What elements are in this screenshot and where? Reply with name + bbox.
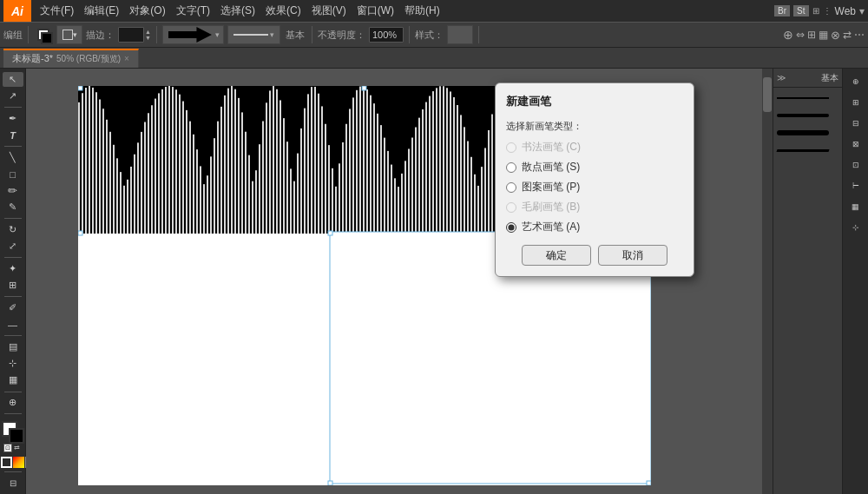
- right-icon-5[interactable]: ⊡: [845, 155, 866, 175]
- default-colors-icon[interactable]: ⊡: [3, 444, 12, 452]
- transform-icon[interactable]: ⊞: [807, 29, 816, 41]
- workspace-icon[interactable]: ⊞: [812, 6, 819, 16]
- radio-scatter-input[interactable]: [506, 162, 516, 173]
- arrange-icon[interactable]: ⋮: [823, 6, 832, 16]
- svg-rect-86: [370, 96, 372, 234]
- type-tool[interactable]: T: [3, 128, 23, 142]
- stroke-value-input[interactable]: [118, 27, 144, 43]
- tool-sep-4: [4, 257, 22, 258]
- paintbrush-tool[interactable]: ✏: [3, 183, 23, 198]
- radio-art[interactable]: 艺术画笔 (A): [506, 220, 683, 234]
- svg-rect-42: [217, 122, 219, 234]
- menu-select[interactable]: 选择(S): [215, 3, 260, 18]
- right-icon-4[interactable]: ⊠: [845, 135, 866, 154]
- dialog-cancel-button[interactable]: 取消: [598, 245, 667, 266]
- right-icon-6[interactable]: ⊢: [845, 176, 866, 195]
- line-style-dropdown[interactable]: ▾: [227, 25, 280, 44]
- mesh-tool[interactable]: ⊹: [3, 356, 23, 371]
- document-tab[interactable]: 未标题-3* 50% (RGB/预览) ×: [3, 49, 139, 68]
- arrow-style-dropdown[interactable]: ▾: [162, 25, 224, 44]
- vertical-scrollbar[interactable]: [762, 69, 773, 494]
- brush-item-4[interactable]: [777, 143, 838, 157]
- menu-type[interactable]: 文字(T): [171, 3, 215, 18]
- tab-close-button[interactable]: ×: [124, 54, 129, 63]
- menu-window[interactable]: 窗口(W): [352, 3, 399, 18]
- radio-scatter[interactable]: 散点画笔 (S): [506, 160, 683, 175]
- right-icon-7[interactable]: ▦: [845, 197, 866, 216]
- globe-icon[interactable]: ⊕: [783, 28, 793, 42]
- svg-rect-81: [352, 97, 354, 234]
- align-icon[interactable]: ⇔: [796, 29, 805, 41]
- warp-tool[interactable]: ✦: [3, 261, 23, 276]
- bar-chart-icon[interactable]: ▦: [819, 29, 828, 41]
- measure-tool[interactable]: —: [3, 317, 23, 332]
- scale-tool[interactable]: ⤢: [3, 239, 23, 254]
- swap-colors[interactable]: ⊡ ⇄: [3, 444, 23, 452]
- menu-help[interactable]: 帮助(H): [399, 3, 445, 18]
- stroke-style-dropdown[interactable]: ▾: [56, 25, 82, 44]
- radio-pattern-input[interactable]: [506, 182, 516, 193]
- menu-effect[interactable]: 效果(C): [260, 3, 306, 18]
- rotate-tool[interactable]: ↻: [3, 222, 23, 237]
- eyedropper-tool[interactable]: ✐: [3, 300, 23, 315]
- stock-icon[interactable]: St: [793, 5, 808, 16]
- new-brush-dialog: 新建画笔 选择新画笔类型： 书法画笔 (C) 散点画笔 (S) 图案画笔 (P)…: [495, 82, 694, 277]
- brushes-expand-icon[interactable]: ≫: [777, 73, 786, 82]
- right-icon-2[interactable]: ⊞: [845, 93, 866, 112]
- right-icon-3[interactable]: ⊟: [845, 114, 866, 133]
- radio-bristle-input[interactable]: [506, 202, 516, 213]
- style-dropdown[interactable]: [447, 25, 473, 44]
- pencil-tool[interactable]: ✎: [3, 200, 23, 214]
- svg-rect-118: [481, 167, 483, 234]
- sep-2: [156, 26, 157, 43]
- chart-tool[interactable]: ▦: [3, 372, 23, 387]
- right-icon-1[interactable]: ⊕: [845, 72, 866, 91]
- svg-rect-72: [321, 106, 323, 234]
- stroke-color-swatch[interactable]: [34, 25, 53, 44]
- artboard-tool[interactable]: ⊟: [3, 476, 23, 491]
- swap-icon[interactable]: ⇄: [843, 29, 852, 41]
- menu-file[interactable]: 文件(F): [35, 3, 79, 18]
- svg-rect-97: [408, 148, 410, 234]
- rect-tool[interactable]: □: [3, 167, 23, 181]
- opacity-input[interactable]: 100%: [369, 27, 404, 43]
- radio-pattern[interactable]: 图案画笔 (P): [506, 180, 683, 194]
- pathfinder-icon[interactable]: ⊗: [831, 29, 840, 42]
- right-icon-8[interactable]: ⊹: [845, 218, 866, 237]
- free-transform-tool[interactable]: ⊞: [3, 278, 23, 293]
- svg-rect-36: [196, 149, 198, 234]
- direct-selection-tool[interactable]: ↗: [3, 89, 23, 103]
- radio-art-input[interactable]: [506, 222, 516, 233]
- brush-item-2[interactable]: [777, 109, 838, 122]
- svg-rect-62: [286, 142, 288, 234]
- menu-bar: Ai 文件(F) 编辑(E) 对象(O) 文字(T) 选择(S) 效果(C) 视…: [0, 0, 868, 22]
- svg-rect-75: [332, 168, 333, 234]
- line-tool[interactable]: ╲: [3, 150, 23, 165]
- brush-item-1[interactable]: [777, 91, 838, 105]
- variable-icon[interactable]: ⋯: [854, 29, 865, 41]
- swap-icon[interactable]: ⇄: [14, 444, 23, 452]
- zoom-tool[interactable]: ⊕: [3, 395, 23, 410]
- stroke-stepper[interactable]: ▲ ▼: [145, 29, 151, 41]
- gradient-tool[interactable]: ▤: [3, 339, 23, 354]
- selection-tool[interactable]: ↖: [3, 72, 23, 87]
- menu-view[interactable]: 视图(V): [306, 3, 352, 18]
- dialog-confirm-button[interactable]: 确定: [522, 245, 591, 266]
- web-dropdown-icon[interactable]: ▾: [859, 5, 865, 17]
- svg-rect-23: [151, 105, 153, 234]
- menu-object[interactable]: 对象(O): [124, 3, 170, 18]
- pen-tool[interactable]: ✒: [3, 111, 23, 126]
- color-swatches[interactable]: [2, 421, 24, 440]
- brush-item-3[interactable]: [777, 126, 838, 140]
- svg-rect-44: [224, 96, 226, 234]
- scrollbar-thumb[interactable]: [763, 77, 772, 112]
- svg-rect-108: [446, 88, 448, 234]
- bridge-icon[interactable]: Br: [774, 5, 790, 16]
- gradient-btn[interactable]: [13, 457, 24, 468]
- radio-bristle[interactable]: 毛刷画笔 (B): [506, 200, 683, 214]
- radio-calligraphic-input[interactable]: [506, 142, 516, 153]
- brush-stroke-angled: [776, 149, 829, 152]
- stroke-color-btn[interactable]: [1, 457, 12, 468]
- menu-edit[interactable]: 编辑(E): [79, 3, 124, 18]
- radio-calligraphic[interactable]: 书法画笔 (C): [506, 140, 683, 155]
